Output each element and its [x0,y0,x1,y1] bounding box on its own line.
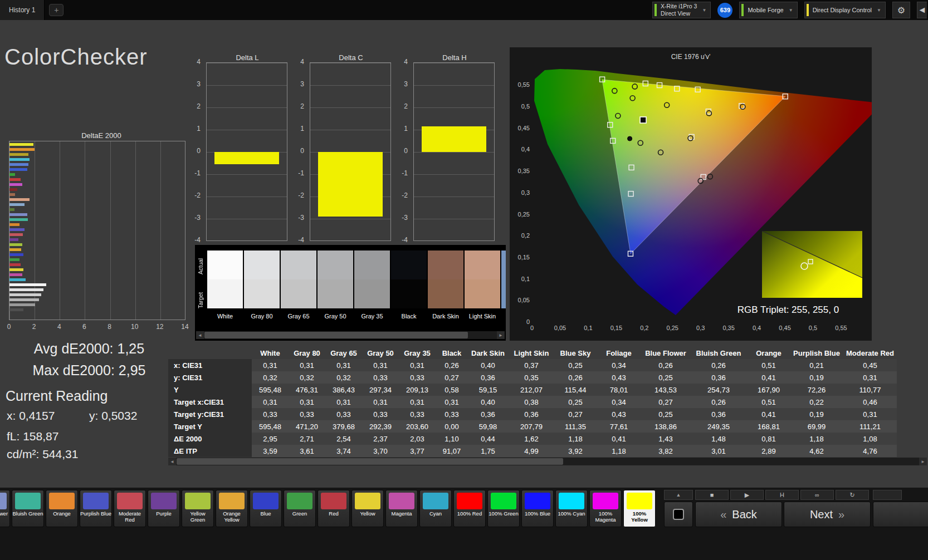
pattern-button-yellow-green[interactable]: Yellow Green [182,490,214,527]
table-cell: 4,99 [508,445,555,457]
scroll-track[interactable] [204,331,497,339]
pattern-button-red[interactable]: Red [318,490,350,527]
scroll-thumb[interactable] [204,332,468,338]
table-cell: 2,54 [325,433,362,445]
pattern-button-moderate-red[interactable]: Moderate Red [114,490,146,527]
pattern-color [491,493,516,509]
de2000-bar [9,288,43,291]
table-cell: 2,03 [399,433,436,445]
pattern-button-bluish-green[interactable]: Bluish Green [12,490,44,527]
tab-history-1[interactable]: History 1 [0,0,45,20]
table-cell: 0,46 [843,396,897,408]
scroll-thumb[interactable] [177,458,563,465]
pattern-button-blue-flower[interactable]: Blue Flower [0,490,10,527]
scroll-right-icon[interactable]: ► [919,458,927,465]
meter-dropdown[interactable]: X-Rite i1Pro 3Direct View ▼ [652,2,711,18]
pattern-button-blue[interactable]: Blue [250,490,282,527]
de2000-bar [9,148,35,151]
pattern-button-green[interactable]: Green [284,490,316,527]
scroll-left-icon[interactable]: ◄ [196,331,204,339]
partial-right-button[interactable] [873,502,928,527]
color-swatch: Black [391,250,427,327]
partial-mini-button[interactable] [873,490,902,500]
table-cell: 0,31 [325,359,362,371]
pattern-button-purple[interactable]: Purple [148,490,180,527]
y-tick-label: 2 [394,102,408,110]
pattern-toolbar: Blue FlowerBluish GreenOrangePurplish Bl… [0,488,928,560]
table-cell: 78,01 [596,384,642,396]
source-dropdown[interactable]: Mobile Forge ▼ [739,2,797,18]
expand-patterns-button[interactable]: ▲ [664,490,693,500]
table-cell: 0,36 [690,371,748,384]
pattern-button-magenta[interactable]: Magenta [385,490,418,527]
pattern-color [287,493,312,509]
pattern-button-yellow[interactable]: Yellow [351,490,384,527]
top-bar: History 1 + X-Rite i1Pro 3Direct View ▼ … [0,0,928,20]
table-cell: 0,31 [399,359,436,371]
de2000-bar [9,228,25,231]
table-row-label: Target y:CIE31 [168,408,252,420]
hold-button[interactable]: H [765,490,799,500]
scroll-right-icon[interactable]: ► [497,331,505,339]
y-axis: 43210-1-2-3-4 [394,62,410,242]
table-cell: 0,36 [468,371,508,384]
pattern-button-100-yellow[interactable]: 100% Yellow [623,490,656,527]
target-square [695,87,700,92]
pattern-window-button[interactable] [664,502,693,527]
pattern-button-100-cyan[interactable]: 100% Cyan [555,490,588,527]
table-col-header: Blue Sky [555,347,596,359]
y-tick-label: 0 [291,147,304,155]
pattern-label: 100% Green [489,511,518,517]
stop-button[interactable]: ■ [695,490,729,500]
table-cell: 138,86 [642,420,690,433]
table-cell: 0,26 [436,359,468,371]
refresh-button[interactable]: ↻ [836,490,869,500]
collapse-panel-button[interactable]: ◄ [917,2,927,18]
target-square [610,138,616,143]
meter-accent-bar [655,4,657,16]
swatch-label: Light Skin [465,313,500,320]
table-cell: 0,41 [596,433,642,445]
table-cell: 212,07 [508,384,555,396]
table-cell: 1,18 [555,433,596,445]
loop-button[interactable]: ∞ [800,490,834,500]
pattern-label: 100% Red [457,511,482,517]
scroll-left-icon[interactable]: ◄ [168,458,176,465]
add-tab-button[interactable]: + [49,4,64,16]
table-cell: 167,90 [748,384,790,396]
scroll-track[interactable] [176,458,919,465]
pattern-button-100-red[interactable]: 100% Red [453,490,486,527]
display-control-dropdown[interactable]: Direct Display Control ▼ [804,2,886,18]
swatch-label: Gray 65 [281,313,316,320]
pattern-button-orange-yellow[interactable]: Orange Yellow [216,490,248,527]
pattern-button-purplish-blue[interactable]: Purplish Blue [80,490,112,527]
table-cell: 595,48 [252,420,289,433]
target-square [629,165,634,170]
swatch-label: Gray 50 [318,313,353,320]
x-readout: x: 0,4157 [7,409,55,422]
next-button[interactable]: Next » [784,502,871,527]
swatch-scrollbar[interactable]: ◄ ► [196,331,505,339]
rgb-triplet-readout: RGB Triplet: 255, 255, 0 [721,304,855,316]
settings-button[interactable]: ⚙ [892,2,910,18]
swatch-label: Gray 80 [244,313,280,320]
de2000-bar [9,163,28,166]
table-scrollbar[interactable]: ◄ ► [168,458,927,465]
table-cell: 0,22 [790,396,843,408]
stop-icon: ■ [710,492,714,498]
table-cell: 3,77 [399,445,436,457]
play-button[interactable]: ▶ [730,490,764,500]
pattern-button-100-green[interactable]: 100% Green [487,490,520,527]
table-cell: 1,75 [468,445,508,457]
table-cell: 4,62 [790,445,843,457]
pattern-button-100-blue[interactable]: 100% Blue [521,490,554,527]
pattern-button-cyan[interactable]: Cyan [419,490,452,527]
table-cell: 0,19 [790,371,843,384]
pattern-color [219,493,245,509]
table-cell: 254,73 [690,384,748,396]
pattern-button-100-magenta[interactable]: 100% Magenta [589,490,622,527]
de2000-bar [9,158,30,161]
table-cell: 0,34 [596,396,642,408]
pattern-button-orange[interactable]: Orange [46,490,78,527]
back-button[interactable]: « Back [695,502,782,527]
